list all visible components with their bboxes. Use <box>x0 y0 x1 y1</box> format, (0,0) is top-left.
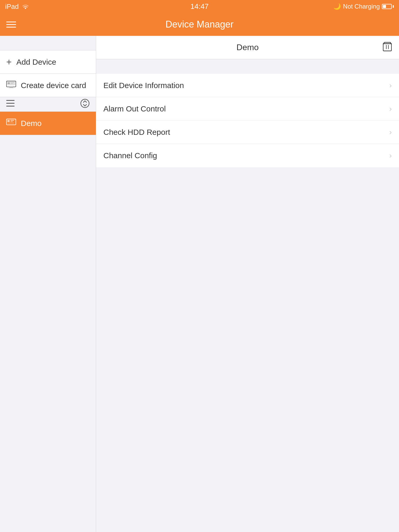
nav-title: Device Manager <box>165 19 234 30</box>
right-panel: Demo Edit Device Information › Alarm Out… <box>96 36 399 532</box>
svg-rect-4 <box>8 82 10 84</box>
menu-item-edit-info[interactable]: Edit Device Information › <box>96 74 399 97</box>
wifi-icon <box>22 3 29 11</box>
svg-rect-13 <box>10 120 14 121</box>
svg-rect-14 <box>10 121 13 122</box>
menu-item-channel-config[interactable]: Channel Config › <box>96 144 399 167</box>
delete-button[interactable] <box>383 42 392 54</box>
battery-icon <box>382 4 394 9</box>
alarm-out-label: Alarm Out Control <box>103 104 166 113</box>
svg-rect-5 <box>11 82 14 83</box>
svg-rect-15 <box>7 123 14 123</box>
panel-gap <box>96 59 399 74</box>
status-bar: iPad 14:47 🌙 Not Charging <box>0 0 399 13</box>
sidebar-item-add-device[interactable]: + Add Device <box>0 50 96 74</box>
sidebar-top-gap <box>0 36 96 50</box>
device-card-icon <box>6 81 16 90</box>
svg-rect-7 <box>6 100 15 101</box>
menu-list: Edit Device Information › Alarm Out Cont… <box>96 74 399 167</box>
svg-rect-8 <box>6 103 15 104</box>
svg-rect-2 <box>9 87 13 88</box>
add-device-label: Add Device <box>16 58 56 66</box>
menu-item-hdd-report[interactable]: Check HDD Report › <box>96 121 399 144</box>
battery-status-text: Not Charging <box>343 3 380 10</box>
list-menu-icon[interactable] <box>6 100 15 109</box>
plus-icon: + <box>6 57 12 67</box>
sidebar: + Add Device Create device card <box>0 36 96 532</box>
panel-header: Demo <box>96 36 399 59</box>
device-label: iPad <box>5 3 19 11</box>
sort-icon[interactable] <box>80 99 90 110</box>
status-right: 🌙 Not Charging <box>333 3 394 10</box>
svg-rect-16 <box>383 44 391 51</box>
channel-config-label: Channel Config <box>103 151 157 160</box>
chevron-right-icon: › <box>389 128 392 136</box>
svg-rect-12 <box>7 120 10 122</box>
edit-info-label: Edit Device Information <box>103 81 184 90</box>
sidebar-item-create-card[interactable]: Create device card <box>0 74 96 97</box>
sidebar-section-divider <box>0 97 96 112</box>
svg-rect-6 <box>11 83 13 84</box>
sidebar-item-demo[interactable]: Demo <box>0 112 96 135</box>
status-time: 14:47 <box>190 2 209 11</box>
chevron-right-icon: › <box>389 81 392 90</box>
moon-icon: 🌙 <box>333 3 341 10</box>
hamburger-line-2 <box>6 24 16 25</box>
device-list-icon <box>6 118 16 128</box>
hdd-report-label: Check HDD Report <box>103 128 170 137</box>
hamburger-line-3 <box>6 27 16 28</box>
nav-bar: Device Manager <box>0 13 399 36</box>
svg-rect-9 <box>6 106 15 107</box>
hamburger-line-1 <box>6 22 16 22</box>
menu-item-alarm-out[interactable]: Alarm Out Control › <box>96 97 399 121</box>
panel-title: Demo <box>236 43 258 52</box>
svg-rect-3 <box>9 88 14 88</box>
chevron-right-icon: › <box>389 151 392 160</box>
hamburger-button[interactable] <box>6 22 16 28</box>
main-content: + Add Device Create device card <box>0 36 399 532</box>
trash-icon <box>383 42 392 51</box>
create-card-label: Create device card <box>21 81 86 90</box>
chevron-right-icon: › <box>389 105 392 113</box>
status-left: iPad <box>5 3 29 11</box>
demo-device-label: Demo <box>21 119 42 128</box>
